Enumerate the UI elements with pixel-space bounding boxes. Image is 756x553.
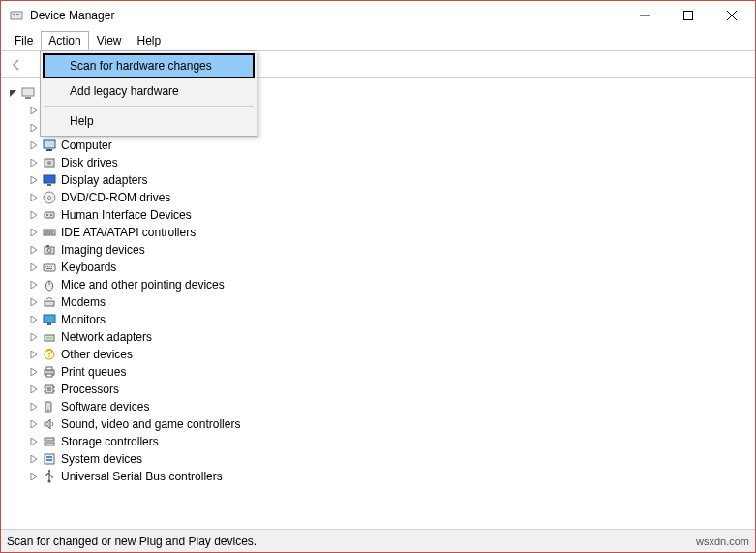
chevron-right-icon[interactable] bbox=[28, 331, 40, 343]
close-button[interactable] bbox=[710, 2, 753, 29]
tree-item[interactable]: IDE ATA/ATAPI controllers bbox=[5, 224, 751, 241]
tree-item[interactable]: Processors bbox=[5, 381, 751, 398]
chevron-right-icon[interactable] bbox=[28, 105, 40, 116]
tree-item[interactable]: Imaging devices bbox=[5, 241, 751, 259]
tree-item[interactable]: Network adapters bbox=[5, 328, 751, 346]
chevron-right-icon[interactable] bbox=[28, 401, 40, 413]
chevron-right-icon[interactable] bbox=[28, 436, 40, 447]
chevron-right-icon[interactable] bbox=[28, 453, 40, 465]
tree-item-label: Keyboards bbox=[61, 261, 116, 274]
svg-point-15 bbox=[47, 161, 51, 165]
tree-item[interactable]: Storage controllers bbox=[5, 433, 751, 450]
chevron-right-icon[interactable] bbox=[28, 174, 40, 186]
tree-item[interactable]: Universal Serial Bus controllers bbox=[5, 468, 751, 485]
chevron-right-icon[interactable] bbox=[28, 366, 40, 378]
svg-rect-4 bbox=[683, 12, 692, 20]
chevron-right-icon[interactable] bbox=[28, 244, 40, 256]
storage-icon bbox=[42, 434, 57, 449]
tree-item-label: Storage controllers bbox=[61, 435, 159, 448]
svg-point-43 bbox=[50, 337, 52, 339]
chevron-right-icon[interactable] bbox=[28, 314, 40, 325]
tree-item[interactable]: Human Interface Devices bbox=[5, 206, 751, 224]
svg-point-19 bbox=[48, 197, 51, 200]
chevron-right-icon[interactable] bbox=[28, 122, 40, 134]
svg-point-59 bbox=[45, 439, 46, 440]
app-icon bbox=[9, 8, 24, 23]
status-text: Scan for changed or new Plug and Play de… bbox=[7, 535, 257, 548]
menu-help[interactable]: Help bbox=[130, 31, 169, 50]
chevron-right-icon[interactable] bbox=[28, 261, 40, 273]
tree-item-label: Modems bbox=[61, 295, 106, 309]
back-button[interactable] bbox=[5, 53, 28, 77]
cpu-icon bbox=[42, 382, 57, 397]
svg-rect-16 bbox=[44, 175, 55, 183]
minimize-button[interactable] bbox=[622, 2, 666, 29]
tree-item-label: Other devices bbox=[61, 348, 133, 361]
chevron-right-icon[interactable] bbox=[28, 349, 40, 360]
chevron-right-icon[interactable] bbox=[28, 209, 40, 221]
dvd-icon bbox=[42, 190, 57, 205]
svg-rect-63 bbox=[46, 459, 52, 461]
menu-add-legacy[interactable]: Add legacy hardware bbox=[43, 78, 255, 104]
tree-item[interactable]: Sound, video and game controllers bbox=[5, 415, 751, 433]
chevron-right-icon[interactable] bbox=[28, 192, 40, 203]
svg-text:?: ? bbox=[46, 348, 53, 360]
chevron-right-icon[interactable] bbox=[28, 384, 40, 395]
expander-icon[interactable] bbox=[7, 87, 18, 99]
svg-point-64 bbox=[48, 480, 51, 483]
tree-item[interactable]: Print queues bbox=[5, 363, 751, 381]
menubar: File Action View Help bbox=[1, 30, 755, 51]
svg-rect-48 bbox=[46, 374, 52, 377]
tree-item-label: IDE ATA/ATAPI controllers bbox=[61, 226, 196, 239]
chevron-right-icon[interactable] bbox=[28, 471, 40, 482]
tree-item[interactable]: Keyboards bbox=[5, 259, 751, 276]
device-tree[interactable]: BatteriesBluetoothComputerDisk drivesDis… bbox=[5, 80, 751, 521]
maximize-button[interactable] bbox=[666, 2, 710, 29]
tree-item[interactable]: Monitors bbox=[5, 311, 751, 328]
menu-view[interactable]: View bbox=[89, 31, 130, 50]
svg-rect-1 bbox=[13, 14, 15, 15]
menu-scan-hardware[interactable]: Scan for hardware changes bbox=[43, 53, 255, 78]
tree-item[interactable]: ?Other devices bbox=[5, 346, 751, 363]
svg-rect-34 bbox=[46, 268, 52, 269]
svg-rect-32 bbox=[49, 266, 50, 267]
tree-item-label: Mice and other pointing devices bbox=[61, 278, 225, 292]
chevron-right-icon[interactable] bbox=[28, 139, 40, 151]
tree-item[interactable]: System devices bbox=[5, 450, 751, 468]
svg-rect-30 bbox=[45, 266, 46, 267]
menu-separator bbox=[44, 106, 254, 107]
chevron-right-icon[interactable] bbox=[28, 157, 40, 169]
sound-icon bbox=[42, 416, 57, 432]
tree-item[interactable]: Modems bbox=[5, 293, 751, 311]
svg-rect-17 bbox=[47, 184, 51, 186]
software-icon bbox=[42, 399, 57, 415]
tree-item-label: Display adapters bbox=[61, 173, 147, 187]
tree-item[interactable]: Software devices bbox=[5, 398, 751, 415]
chevron-right-icon[interactable] bbox=[28, 227, 40, 238]
tree-item[interactable]: Disk drives bbox=[5, 154, 751, 171]
tree-item[interactable]: DVD/CD-ROM drives bbox=[5, 189, 751, 206]
svg-rect-8 bbox=[25, 97, 31, 99]
svg-point-60 bbox=[45, 444, 46, 445]
chevron-right-icon[interactable] bbox=[28, 296, 40, 308]
tree-item-label: Processors bbox=[61, 383, 119, 396]
chevron-right-icon[interactable] bbox=[28, 279, 40, 291]
tree-item[interactable]: Display adapters bbox=[5, 171, 751, 189]
tree-item[interactable]: Mice and other pointing devices bbox=[5, 276, 751, 293]
tree-item-label: System devices bbox=[61, 452, 142, 466]
menu-action-help[interactable]: Help bbox=[43, 108, 255, 134]
tree-item-label: Universal Serial Bus controllers bbox=[61, 470, 223, 483]
mouse-icon bbox=[42, 277, 57, 292]
tree-item-label: Network adapters bbox=[61, 330, 152, 344]
svg-point-22 bbox=[50, 214, 52, 216]
chevron-right-icon[interactable] bbox=[28, 418, 40, 430]
display-icon bbox=[42, 172, 57, 188]
camera-icon bbox=[42, 242, 57, 258]
system-icon bbox=[42, 451, 57, 467]
tree-item[interactable]: Computer bbox=[5, 137, 751, 154]
svg-point-21 bbox=[46, 214, 48, 216]
menu-file[interactable]: File bbox=[7, 31, 41, 50]
svg-point-41 bbox=[46, 337, 48, 339]
menu-action[interactable]: Action bbox=[41, 31, 88, 50]
svg-rect-12 bbox=[44, 140, 55, 148]
